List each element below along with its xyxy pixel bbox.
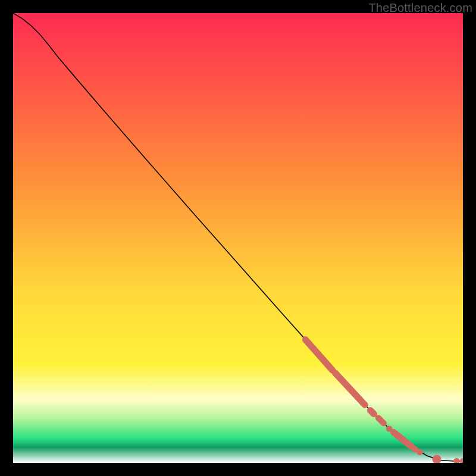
watermark-label: TheBottleneck.com [368, 1, 472, 15]
chart-frame: TheBottleneck.com [0, 0, 476, 476]
marker-segment [378, 418, 384, 423]
chart-svg [13, 13, 463, 463]
gradient-background [13, 13, 463, 463]
marker-dot [416, 449, 422, 455]
plot-area [13, 13, 463, 463]
marker-dot [386, 425, 392, 431]
marker-segment [370, 411, 374, 414]
